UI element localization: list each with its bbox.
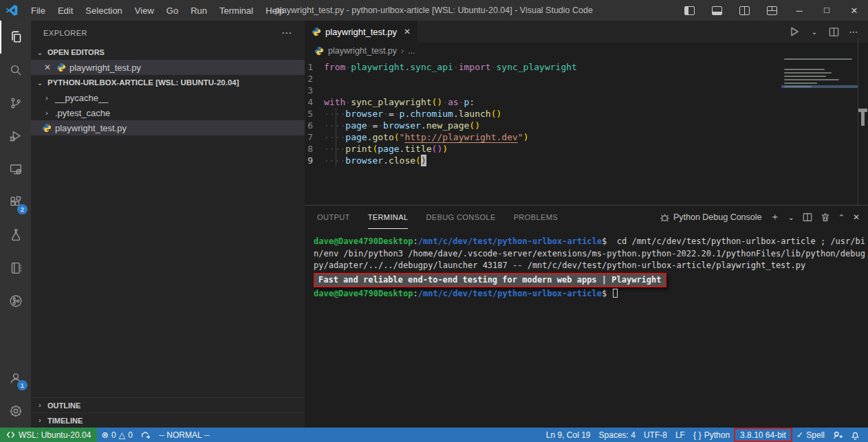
menu-selection[interactable]: Selection [79, 0, 128, 21]
code-token: goto [372, 131, 393, 143]
code-line: 9····browser.close() [305, 155, 868, 166]
chevron-right-icon: › [42, 109, 52, 117]
menu-help[interactable]: Help [259, 0, 290, 21]
menu-bar: FileEditSelectionViewGoRunTerminalHelp [25, 0, 290, 21]
panel-tab-output[interactable]: OUTPUT [317, 206, 350, 229]
status-python[interactable]: { }Python [689, 428, 734, 442]
chevron-down-icon: ⌄ [35, 79, 45, 87]
terminal-profile[interactable]: Python Debug Console [660, 212, 762, 223]
code-token: launch [459, 108, 491, 120]
activity-settings-gear-icon[interactable] [0, 395, 31, 428]
tab-playwright-test[interactable]: playwright_test.py ✕ [305, 21, 417, 43]
maximize-panel-icon[interactable]: ⌃ [838, 213, 845, 222]
status-lf[interactable]: LF [671, 428, 689, 442]
activity-git-graph-icon[interactable] [0, 285, 31, 318]
chevron-right-icon: › [35, 401, 45, 409]
code-token: ( [372, 143, 378, 155]
status-utf-8[interactable]: UTF-8 [640, 428, 671, 442]
menu-terminal[interactable]: Terminal [213, 0, 259, 21]
terminal-dropdown-icon[interactable]: ⌄ [788, 213, 794, 222]
activity-remote-explorer-icon[interactable] [0, 153, 31, 186]
breadcrumb[interactable]: playwright_test.py › ... [305, 43, 868, 59]
minimap[interactable] [784, 58, 853, 89]
code-token: sync_playwright [496, 61, 576, 73]
overview-cursor-marker [861, 112, 865, 126]
split-terminal-icon[interactable] [803, 212, 812, 222]
tree-item-__pycache__[interactable]: ›__pycache__ [31, 90, 305, 105]
code-token: ) [442, 143, 448, 155]
menu-file[interactable]: File [25, 0, 52, 21]
status-bell-icon[interactable] [847, 428, 864, 442]
menu-run[interactable]: Run [184, 0, 213, 21]
activity-explorer-icon[interactable] [0, 21, 31, 54]
open-editors-section[interactable]: ⌄ OPEN EDITORS [31, 45, 305, 60]
problems-indicator[interactable]: ⊗ 0 △ 0 [97, 428, 136, 442]
maximize-button[interactable]: ☐ [813, 0, 840, 21]
code-token: · [442, 96, 448, 108]
split-editor-layout-icon[interactable] [730, 0, 758, 21]
code-token: from [324, 61, 345, 73]
activity-accounts-icon[interactable]: 1 [0, 362, 31, 395]
tree-item-playwright_test.py[interactable]: playwright_test.py [31, 120, 305, 135]
explorer-more-actions-icon[interactable]: ⋯ [281, 27, 292, 39]
code-token: ···· [324, 155, 345, 166]
menu-edit[interactable]: Edit [52, 0, 79, 21]
sidebar-bottom-sections: ›OUTLINE ›TIMELINE [31, 397, 305, 428]
activity-run-debug-icon[interactable] [0, 120, 31, 153]
panel-tab-debug-console[interactable]: DEBUG CONSOLE [426, 206, 495, 229]
menu-view[interactable]: View [129, 0, 160, 21]
minimap-line [784, 69, 825, 70]
menu-go[interactable]: Go [160, 0, 184, 21]
debug-launch-indicator[interactable] [137, 428, 155, 442]
code-token: . [400, 143, 405, 155]
bottom-panel: OUTPUTTERMINALDEBUG CONSOLEPROBLEMS Pyth… [305, 205, 868, 428]
python-file-icon [312, 27, 321, 37]
activity-extensions-icon[interactable]: 2 [0, 186, 31, 219]
workspace-root-section[interactable]: ⌄ PYTHON-URLBOX-ARTICLE [WSL: UBUNTU-20.… [31, 75, 305, 90]
code-token: () [432, 143, 443, 155]
new-terminal-icon[interactable]: ＋ [770, 211, 780, 223]
panel-header: OUTPUTTERMINALDEBUG CONSOLEPROBLEMS Pyth… [305, 206, 868, 229]
overview-ruler[interactable] [858, 38, 868, 205]
terminal-line: Fast and reliable end-to-end testing for… [314, 272, 868, 289]
section-outline[interactable]: ›OUTLINE [31, 397, 305, 412]
badge: 2 [17, 204, 28, 214]
status-spaces-4[interactable]: Spaces: 4 [595, 428, 640, 442]
check-icon: ✓ [796, 430, 803, 440]
section-timeline[interactable]: ›TIMELINE [31, 412, 305, 428]
kill-terminal-trash-icon[interactable] [821, 212, 830, 222]
toggle-panel-icon[interactable] [703, 0, 730, 21]
terminal-output[interactable]: dave@Dave4790Desktop:/mnt/c/dev/test/pyt… [305, 229, 868, 300]
close-icon[interactable]: ✕ [42, 63, 53, 72]
window-controls: ─ ☐ ✕ [675, 0, 868, 21]
minimize-button[interactable]: ─ [785, 0, 813, 21]
tree-item-.pytest_cache[interactable]: ›.pytest_cache [31, 105, 305, 120]
panel-tab-problems[interactable]: PROBLEMS [514, 206, 558, 229]
python-file-icon [314, 46, 324, 56]
code-token: ( [394, 131, 400, 143]
remote-indicator[interactable]: WSL: Ubuntu-20.04 [0, 428, 97, 442]
activity-testing-icon[interactable] [0, 219, 31, 252]
status-ln-9-col-19[interactable]: Ln 9, Col 19 [542, 428, 595, 442]
more-actions-icon[interactable]: ⋯ [849, 27, 858, 37]
open-editor-item[interactable]: ✕ playwright_test.py [31, 60, 305, 75]
vim-mode-indicator[interactable]: -- NORMAL -- [155, 428, 214, 442]
activity-notebook-icon[interactable] [0, 252, 31, 285]
run-dropdown-icon[interactable]: ⌄ [810, 28, 819, 36]
tab-close-icon[interactable]: ✕ [404, 27, 411, 36]
status-spell[interactable]: ✓Spell [792, 428, 829, 442]
line-number: 1 [305, 61, 324, 73]
split-editor-icon[interactable] [829, 27, 839, 37]
customize-layout-icon[interactable] [758, 0, 785, 21]
line-number: 7 [305, 131, 324, 143]
status-3-8-10-64-bit[interactable]: 3.8.10 64-bit [734, 428, 792, 442]
activity-source-control-icon[interactable] [0, 87, 31, 120]
close-button[interactable]: ✕ [840, 0, 868, 21]
run-button[interactable] [789, 26, 800, 37]
panel-tab-terminal[interactable]: TERMINAL [368, 206, 409, 229]
toggle-sidebar-icon[interactable] [675, 0, 703, 21]
code-token: page [345, 120, 367, 131]
close-panel-icon[interactable]: ✕ [853, 212, 860, 222]
activity-search-icon[interactable] [0, 54, 31, 87]
status-feedback-icon[interactable] [829, 428, 847, 442]
